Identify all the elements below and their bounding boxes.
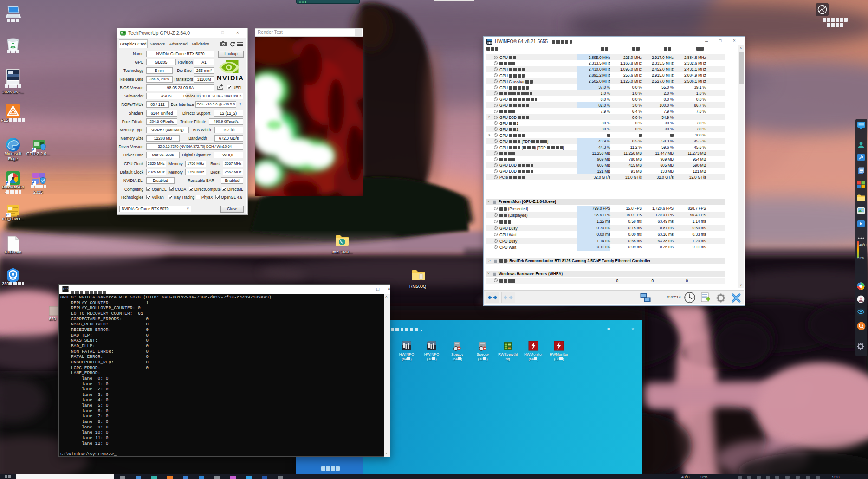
svg-text:NVIDIA: NVIDIA	[217, 74, 244, 82]
